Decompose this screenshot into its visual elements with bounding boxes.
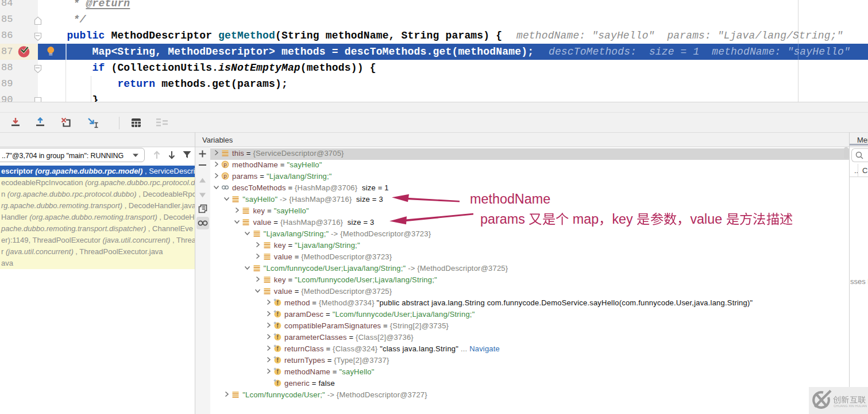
svg-text:f: f <box>277 368 279 375</box>
svg-text:p: p <box>223 161 227 167</box>
svg-text:f: f <box>277 322 279 329</box>
svg-text:f: f <box>277 356 279 363</box>
svg-text:f: f <box>277 334 279 340</box>
svg-text:f: f <box>277 299 279 306</box>
svg-text:f: f <box>277 345 279 352</box>
svg-text:f: f <box>277 379 279 386</box>
svg-text:f: f <box>277 310 279 317</box>
svg-text:p: p <box>223 172 227 179</box>
